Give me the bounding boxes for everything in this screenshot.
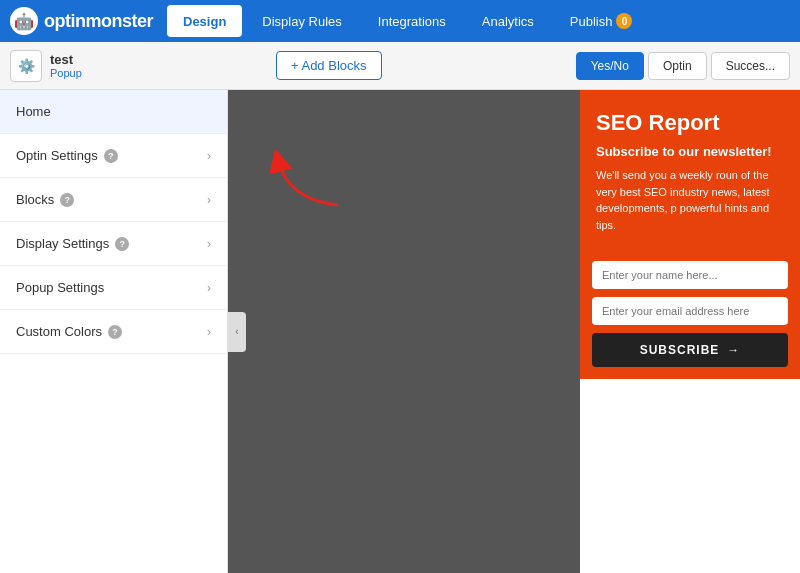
tab-success[interactable]: Succes... [711,52,790,80]
logo: 🤖 optinmonster [10,7,153,35]
popup-title: SEO Report [596,110,784,136]
tab-integrations[interactable]: Integrations [362,5,462,37]
collapse-sidebar-button[interactable]: ‹ [228,312,246,352]
chevron-icon: › [207,149,211,163]
sidebar-item-home[interactable]: Home [0,90,227,134]
name-input[interactable] [592,261,788,289]
arrow-annotation [268,150,348,214]
info-icon: ? [104,149,118,163]
tab-optin[interactable]: Optin [648,52,707,80]
info-icon: ? [115,237,129,251]
sidebar-item-popup-settings[interactable]: Popup Settings › [0,266,227,310]
add-blocks-button[interactable]: + Add Blocks [276,51,382,80]
sidebar-item-optin-settings[interactable]: Optin Settings ? › [0,134,227,178]
publish-badge: 0 [616,13,632,29]
subscribe-button[interactable]: SUBSCRIBE → [592,333,788,367]
sub-header: ⚙️ test Popup + Add Blocks Yes/No Optin … [0,42,800,90]
campaign-info: ⚙️ test Popup [10,50,82,82]
canvas-area: ‹ SEO Report Subscribe to our newsletter… [228,90,800,573]
tab-display-rules[interactable]: Display Rules [246,5,357,37]
arrow-right-icon: → [727,343,740,357]
chevron-icon: › [207,281,211,295]
logo-text: optinmonster [44,11,153,32]
sidebar-item-blocks[interactable]: Blocks ? › [0,178,227,222]
campaign-details: test Popup [50,52,82,80]
tab-analytics[interactable]: Analytics [466,5,550,37]
top-nav: 🤖 optinmonster Design Display Rules Inte… [0,0,800,42]
chevron-icon: › [207,325,211,339]
sidebar: Home Optin Settings ? › Blocks ? › Displ… [0,90,228,573]
gear-button[interactable]: ⚙️ [10,50,42,82]
popup-preview: SEO Report Subscribe to our newsletter! … [580,90,800,573]
view-tabs: Yes/No Optin Succes... [576,52,790,80]
popup-form: SUBSCRIBE → [580,249,800,379]
popup-orange-section: SEO Report Subscribe to our newsletter! … [580,90,800,249]
chevron-icon: › [207,193,211,207]
sidebar-item-display-settings[interactable]: Display Settings ? › [0,222,227,266]
campaign-name: test [50,52,82,68]
chevron-icon: › [207,237,211,251]
tab-yes-no[interactable]: Yes/No [576,52,644,80]
popup-body-text: We'll send you a weekly roun of the very… [596,167,784,233]
sidebar-item-custom-colors[interactable]: Custom Colors ? › [0,310,227,354]
campaign-type: Popup [50,67,82,79]
tab-publish[interactable]: Publish 0 [554,5,649,37]
popup-subtitle: Subscribe to our newsletter! [596,144,784,159]
tab-design[interactable]: Design [167,5,242,37]
info-icon: ? [108,325,122,339]
logo-icon: 🤖 [10,7,38,35]
info-icon: ? [60,193,74,207]
email-input[interactable] [592,297,788,325]
main-layout: Home Optin Settings ? › Blocks ? › Displ… [0,90,800,573]
